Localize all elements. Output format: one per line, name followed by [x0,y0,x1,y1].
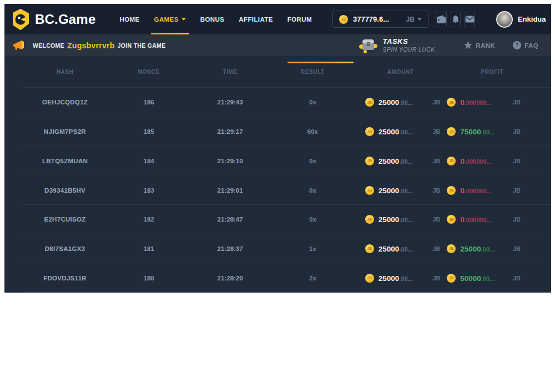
rank-link[interactable]: ★ RANK [464,41,495,50]
messages-button[interactable] [465,12,475,27]
bets-table: HASHNONCETIMERESULTAMOUNTPROFIT OEHJCQDQ… [4,56,551,293]
profit-cell: JB 25000.00... JB [447,244,537,254]
column-header-profit: PROFIT [447,69,537,75]
profit-cell: JB 0.000000... JB [447,156,537,166]
top-nav: BC.Game HOME GAMES BONUS AFFILIATE FORUM… [4,4,551,34]
amount-cell: JB 25000.00... JB [354,185,447,195]
time-cell: 21:29:10 [189,158,271,164]
treasure-chest-icon [358,37,378,54]
hash-cell: NJIGM7PS2R [21,128,109,135]
nonce-cell: 183 [109,187,189,194]
currency-label: JB [406,16,415,23]
announcement-banner: WELCOME Zugsbvrrvrb JOIN THE GAME TASKS … [4,34,551,56]
time-cell: 21:29:01 [189,187,271,194]
nav-item-bonus[interactable]: BONUS [193,4,232,34]
jb-coin-icon: JB [447,127,456,136]
nav-item-forum[interactable]: FORUM [280,4,319,34]
result-cell: 60x [271,128,354,135]
welcome-message: WELCOME Zugsbvrrvrb JOIN THE GAME [12,39,165,52]
nav-item-home[interactable]: HOME [112,4,147,34]
balance-value: 377779.6... [353,15,389,23]
tasks-title: TASKS [383,38,435,46]
jb-coin-icon: JB [447,244,456,253]
jb-coin-icon: JB [365,127,374,136]
table-row[interactable]: E2H7CUISOZ 182 21:28:47 0x JB 25000.00..… [4,205,551,234]
nav-item-affiliate[interactable]: AFFILIATE [231,4,280,34]
jb-coin-icon: JB [339,15,348,24]
column-header-hash: HASH [21,69,109,75]
jb-coin-icon: JB [447,215,456,224]
welcome-username: Zugsbvrrvrb [67,41,115,50]
jb-coin-icon: JB [365,98,374,107]
tasks-link[interactable]: TASKS SPIN YOUR LUCK [358,37,435,54]
welcome-prefix: WELCOME [33,42,64,49]
table-row[interactable]: D39341B5HV 183 21:29:01 0x JB 25000.00..… [4,175,551,205]
jb-coin-icon: JB [365,215,374,224]
currency-selector[interactable]: JB [406,16,422,23]
table-body: OEHJCQDQ1Z 186 21:29:43 0x JB 25000.00..… [4,88,551,293]
nonce-cell: 180 [109,275,189,282]
faq-link[interactable]: ? FAQ [513,41,538,49]
table-row[interactable]: FDOVDJS11R 180 21:28:20 2x JB 25000.00..… [4,263,551,293]
bell-icon [451,15,460,24]
time-cell: 21:28:47 [189,216,271,223]
megaphone-icon [12,39,26,52]
jb-coin-icon: JB [447,157,456,165]
amount-cell: JB 25000.00... JB [354,156,447,166]
result-cell: 0x [271,187,354,194]
tasks-subtitle: SPIN YOUR LUCK [383,46,435,53]
nonce-cell: 186 [109,99,189,105]
brand-name: BC.Game [35,12,95,27]
amount-cell: JB 25000.00... JB [354,273,447,283]
table-row[interactable]: LBTQ5ZMUAN 184 21:29:10 0x JB 25000.00..… [4,146,551,175]
table-header: HASHNONCETIMERESULTAMOUNTPROFIT [4,56,551,88]
avatar [496,11,513,28]
column-header-amount: AMOUNT [354,69,447,75]
table-row[interactable]: NJIGM7PS2R 185 21:29:17 60x JB 25000.00.… [4,117,551,147]
time-cell: 21:28:20 [189,275,271,282]
jb-coin-icon: JB [447,186,456,195]
question-icon: ? [513,41,521,49]
time-cell: 21:29:43 [189,99,271,105]
profit-cell: JB 0.000000... JB [447,185,537,195]
table-row[interactable]: D8I7SA1GX3 181 21:28:37 1x JB 25000.00..… [4,234,551,264]
nonce-cell: 182 [109,216,189,223]
brand-logo[interactable]: BC.Game [11,9,95,30]
nav-item-games[interactable]: GAMES [147,4,193,34]
wallet-icon [436,15,446,24]
profit-cell: JB 0.000000... JB [447,214,537,224]
mail-icon [465,16,475,23]
bcgame-logo-icon [11,9,30,30]
jb-coin-icon: JB [365,274,374,283]
nonce-cell: 184 [109,158,189,164]
faq-label: FAQ [524,42,538,49]
wallet-button[interactable] [436,12,447,27]
jb-coin-icon: JB [365,244,374,253]
result-cell: 0x [271,99,354,105]
profit-cell: JB 50000.00... JB [447,273,537,283]
nonce-cell: 181 [109,245,189,252]
result-cell: 1x [271,245,354,252]
amount-cell: JB 25000.00... JB [354,244,447,254]
chevron-down-icon [181,18,186,21]
jb-coin-icon: JB [447,274,456,283]
profit-cell: JB 75000.00... JB [447,127,537,137]
balance-display[interactable]: JB 377779.6... JB [332,11,428,28]
profit-cell: JB 0.000000... JB [447,97,537,107]
jb-coin-icon: JB [365,186,374,195]
time-cell: 21:29:17 [189,128,271,135]
hash-cell: D39341B5HV [21,187,109,194]
amount-cell: JB 25000.00... JB [354,97,447,107]
welcome-suffix: JOIN THE GAME [118,42,166,49]
column-header-nonce: NONCE [109,69,189,75]
amount-cell: JB 25000.00... JB [354,127,447,137]
notifications-button[interactable] [451,12,461,27]
hash-cell: OEHJCQDQ1Z [21,99,109,105]
user-menu[interactable]: Enkidua [496,11,551,28]
app-window: BC.Game HOME GAMES BONUS AFFILIATE FORUM… [4,4,551,293]
table-row[interactable]: OEHJCQDQ1Z 186 21:29:43 0x JB 25000.00..… [4,88,551,117]
star-icon: ★ [464,41,473,50]
jb-coin-icon: JB [447,98,456,107]
nav-items: HOME GAMES BONUS AFFILIATE FORUM [112,4,319,34]
rank-label: RANK [476,42,495,49]
